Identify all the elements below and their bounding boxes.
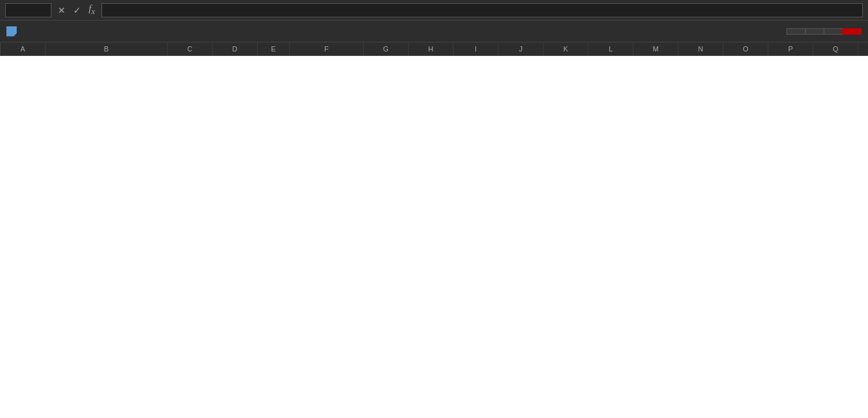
col-header-E[interactable]: E — [258, 42, 290, 55]
col-header-Q[interactable]: Q — [813, 42, 858, 55]
label-bar — [0, 21, 868, 42]
col-header-A[interactable]: A — [1, 42, 46, 55]
classif-btn-highly-confidential[interactable] — [842, 28, 862, 35]
col-header-I[interactable]: I — [454, 42, 499, 55]
function-icon[interactable]: fx — [86, 3, 98, 17]
formula-bar-icons: ✕ ✓ fx — [55, 3, 98, 17]
top-bar: ✕ ✓ fx — [0, 0, 868, 21]
col-header-G[interactable]: G — [364, 42, 409, 55]
col-header-J[interactable]: J — [499, 42, 544, 55]
col-header-B[interactable]: B — [46, 42, 168, 55]
classification-buttons — [786, 28, 862, 35]
col-header-P[interactable]: P — [768, 42, 813, 55]
cancel-icon[interactable]: ✕ — [55, 5, 68, 16]
classif-btn-general[interactable] — [805, 28, 824, 35]
col-header-H[interactable]: H — [409, 42, 454, 55]
sheet-label-area — [6, 26, 24, 37]
confirm-icon[interactable]: ✓ — [71, 5, 84, 16]
classif-btn-public[interactable] — [786, 28, 805, 35]
classif-btn-confidential[interactable] — [824, 28, 842, 35]
col-header-L[interactable]: L — [589, 42, 633, 55]
col-header-N[interactable]: N — [678, 42, 723, 55]
col-header-F[interactable]: F — [290, 42, 364, 55]
col-header-R[interactable]: R — [858, 42, 869, 55]
col-header-D[interactable]: D — [213, 42, 258, 55]
formula-bar[interactable] — [102, 3, 863, 17]
col-header-O[interactable]: O — [723, 42, 768, 55]
sheet-icon — [6, 26, 17, 37]
col-header-K[interactable]: K — [544, 42, 589, 55]
col-header-M[interactable]: M — [633, 42, 678, 55]
spreadsheet-area[interactable]: ABCDEFGHIJKLMNOPQR — [0, 42, 868, 418]
cell-reference-box[interactable] — [5, 3, 51, 17]
col-header-C[interactable]: C — [168, 42, 213, 55]
